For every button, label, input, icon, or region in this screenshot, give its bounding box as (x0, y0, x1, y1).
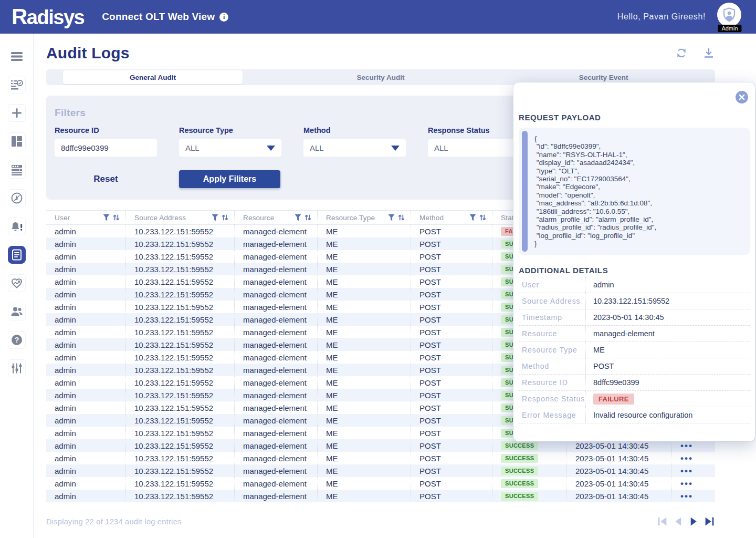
sidebar-item-add[interactable] (8, 104, 26, 122)
cell-resource: managed-element (235, 452, 318, 464)
payload-scrollbar[interactable] (522, 131, 528, 252)
cell-method: POST (411, 313, 492, 326)
row-actions-menu-icon[interactable]: ••• (680, 454, 693, 463)
filter-icon[interactable] (102, 214, 110, 221)
status-badge: SUCCESS (501, 441, 538, 450)
cell-status: SUCCESS (492, 452, 567, 464)
cell-source-address: 10.233.122.151:59552 (126, 389, 235, 401)
sidebar-item-settings[interactable] (8, 359, 26, 377)
cell-user: admin (46, 490, 126, 502)
cell-resource: managed-element (235, 338, 318, 351)
filter-icon[interactable] (211, 214, 219, 221)
reset-button[interactable]: Reset (55, 174, 157, 184)
row-actions-menu-icon[interactable]: ••• (680, 441, 693, 450)
sort-icon[interactable] (479, 214, 487, 221)
refresh-button[interactable] (675, 47, 688, 59)
app-window: Radisys Connect OLT Web View i Hello, Pa… (0, 0, 756, 538)
column-label: Resource Type (326, 214, 375, 222)
sidebar-item-discovery[interactable] (8, 189, 26, 207)
filter-icon[interactable] (469, 214, 477, 221)
row-actions-menu-icon[interactable]: ••• (680, 479, 693, 488)
detail-value: 10.233.122.151:59552 (586, 297, 750, 305)
detail-label: Resource ID (519, 375, 586, 390)
filter-icon[interactable] (294, 214, 302, 221)
cell-source-address: 10.233.122.151:59552 (126, 477, 235, 490)
cell-resource: managed-element (235, 490, 318, 502)
sort-icon[interactable] (397, 214, 405, 221)
next-page-button[interactable] (688, 516, 699, 527)
sort-icon[interactable] (304, 214, 312, 221)
close-icon[interactable] (735, 90, 749, 104)
resource-id-input[interactable]: 8dffc99e0399 (55, 139, 157, 157)
detail-label: Resource Type (519, 342, 586, 358)
cell-resource: managed-element (235, 250, 318, 263)
cell-resource: managed-element (235, 275, 318, 288)
column-header-method: Method (411, 211, 492, 224)
download-button[interactable] (702, 47, 715, 59)
last-page-button[interactable] (704, 516, 715, 527)
cell-user: admin (46, 237, 126, 250)
filter-icon[interactable] (387, 214, 395, 221)
cell-resource: managed-element (235, 414, 318, 427)
cell-resource: managed-element (235, 351, 318, 364)
tab-general-audit[interactable]: General Audit (46, 69, 269, 85)
tab-security-audit[interactable]: Security Audit (269, 69, 492, 85)
cell-user: admin (46, 225, 126, 237)
cell-user: admin (46, 338, 126, 351)
sidebar-item-alarms[interactable] (8, 218, 26, 235)
method-select[interactable]: ALL (303, 139, 406, 157)
cell-resource: managed-element (235, 326, 318, 338)
refresh-icon (675, 47, 688, 59)
sidebar-item-inventory[interactable] (8, 161, 26, 179)
cell-resource-type: ME (318, 439, 411, 452)
table-row[interactable]: admin10.233.122.151:59552managed-element… (46, 490, 715, 502)
sidebar-item-audit-logs[interactable] (8, 246, 26, 264)
sidebar-item-help[interactable]: ? (8, 331, 26, 349)
sidebar-item-health[interactable] (8, 274, 26, 292)
detail-label: User (519, 277, 586, 293)
table-row[interactable]: admin10.233.122.151:59552managed-element… (46, 452, 715, 464)
cell-resource-type: ME (318, 225, 411, 237)
cell-timestamp: 2023-05-01 14:30:45 (567, 464, 672, 477)
table-row[interactable]: admin10.233.122.151:59552managed-element… (46, 477, 715, 490)
sort-icon[interactable] (221, 214, 229, 221)
resource-type-select[interactable]: ALL (179, 139, 281, 157)
row-actions-menu-icon[interactable]: ••• (680, 492, 693, 501)
table-footer: Displaying 22 of 1234 audit log entries (46, 516, 715, 527)
row-actions-menu-icon[interactable]: ••• (680, 467, 693, 475)
cell-resource-type: ME (318, 389, 411, 401)
cell-timestamp: 2023-05-01 14:30:45 (567, 452, 672, 464)
column-header-icons (294, 214, 317, 221)
sidebar-item-audit-checklist[interactable] (8, 76, 26, 94)
cell-actions: ••• (672, 490, 715, 502)
cell-source-address: 10.233.122.151:59552 (126, 225, 235, 237)
selected-value: ALL (434, 143, 448, 152)
first-page-button (657, 516, 668, 527)
role-badge: Admin (718, 25, 741, 32)
info-icon[interactable]: i (219, 13, 228, 22)
cell-source-address: 10.233.122.151:59552 (126, 364, 235, 376)
sidebar-item-dashboard[interactable] (8, 132, 26, 150)
cell-source-address: 10.233.122.151:59552 (126, 237, 235, 250)
cell-user: admin (46, 452, 126, 464)
detail-value: FAILURE (586, 395, 750, 403)
apply-filters-button[interactable]: Apply Filiters (179, 170, 280, 188)
detail-value: POST (586, 362, 750, 370)
detail-value: managed-element (586, 329, 750, 338)
sort-icon[interactable] (112, 214, 120, 221)
cell-resource: managed-element (235, 427, 318, 439)
cell-source-address: 10.233.122.151:59552 (126, 452, 235, 464)
cell-user: admin (46, 351, 126, 364)
cell-resource: managed-element (235, 301, 318, 313)
compass-icon (10, 192, 23, 204)
cell-resource-type: ME (318, 313, 411, 326)
user-avatar[interactable]: Admin (717, 3, 742, 31)
filter-label: Resource ID (55, 126, 157, 134)
sidebar-item-menu[interactable] (8, 47, 26, 65)
table-row[interactable]: admin10.233.122.151:59552managed-element… (46, 464, 715, 477)
sidebar-item-users[interactable] (8, 303, 26, 320)
tab-label: Security Audit (356, 74, 404, 81)
cell-user: admin (46, 263, 126, 275)
checklist-icon (10, 78, 23, 91)
cell-resource: managed-element (235, 288, 318, 301)
